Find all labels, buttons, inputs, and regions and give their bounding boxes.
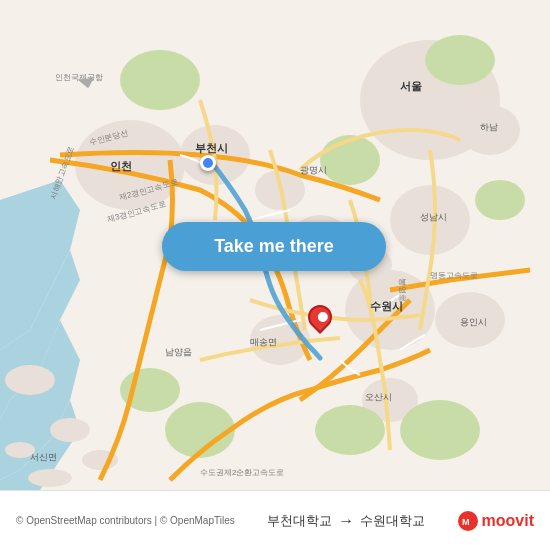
svg-text:수도권제2순환고속도로: 수도권제2순환고속도로 (200, 468, 284, 477)
svg-text:봉영로: 봉영로 (398, 278, 407, 302)
svg-point-28 (400, 400, 480, 460)
svg-text:하남: 하남 (480, 122, 498, 132)
svg-text:서신면: 서신면 (30, 452, 57, 462)
attribution: © OpenStreetMap contributors | © OpenMap… (16, 515, 235, 526)
svg-point-29 (315, 405, 385, 455)
svg-text:성남시: 성남시 (420, 212, 447, 222)
origin-label: 부천대학교 (267, 512, 332, 530)
svg-text:남양읍: 남양읍 (165, 347, 192, 357)
take-me-there-button[interactable]: Take me there (162, 222, 386, 271)
svg-text:인천: 인천 (110, 160, 132, 172)
destination-marker (308, 305, 332, 337)
svg-text:서울: 서울 (400, 80, 422, 92)
destination-label: 수원대학교 (360, 512, 425, 530)
map-container: 서울 인천 부천시 광명시 과천시 안양시 성남시 하남 수원시 용인시 오산시… (0, 0, 550, 490)
route-info: 부천대학교 → 수원대학교 (267, 512, 425, 530)
svg-point-22 (120, 50, 200, 110)
svg-point-6 (50, 418, 90, 442)
origin-marker (200, 155, 216, 171)
svg-text:오산시: 오산시 (365, 392, 392, 402)
svg-text:M: M (462, 517, 470, 527)
moovit-brand-text: moovit (482, 512, 534, 530)
svg-text:명동고속도로: 명동고속도로 (430, 271, 478, 280)
arrow-icon: → (338, 512, 354, 530)
moovit-logo: M moovit (458, 511, 534, 531)
svg-text:광명시: 광명시 (300, 165, 327, 175)
svg-point-25 (475, 180, 525, 220)
svg-text:부천시: 부천시 (195, 142, 228, 154)
svg-text:매송면: 매송면 (250, 337, 277, 347)
svg-point-24 (425, 35, 495, 85)
bottom-bar: © OpenStreetMap contributors | © OpenMap… (0, 490, 550, 550)
svg-point-5 (5, 365, 55, 395)
svg-text:용인시: 용인시 (460, 317, 487, 327)
svg-point-9 (28, 469, 72, 487)
moovit-logo-icon: M (458, 511, 478, 531)
svg-point-23 (320, 135, 380, 185)
